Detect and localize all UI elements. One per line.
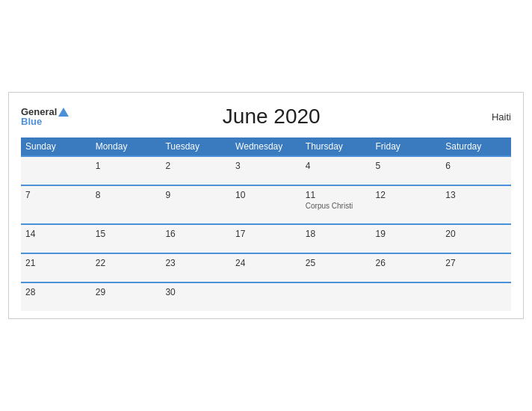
calendar-cell: 2 bbox=[161, 156, 231, 185]
logo-triangle-icon bbox=[58, 108, 69, 117]
calendar-cell: 18 bbox=[301, 224, 371, 253]
calendar-header-row: SundayMondayTuesdayWednesdayThursdayFrid… bbox=[21, 137, 511, 156]
calendar-cell: 9 bbox=[161, 185, 231, 224]
day-number: 7 bbox=[25, 190, 87, 200]
calendar-week-4: 21222324252627 bbox=[21, 253, 511, 282]
calendar-cell: 14 bbox=[21, 224, 91, 253]
day-number: 2 bbox=[165, 161, 226, 171]
calendar-cell: 4 bbox=[301, 156, 371, 185]
calendar-cell bbox=[301, 282, 371, 311]
calendar-cell: 7 bbox=[21, 185, 91, 224]
calendar-week-2: 7891011Corpus Christi1213 bbox=[21, 185, 511, 224]
day-number: 1 bbox=[96, 161, 157, 171]
day-number: 6 bbox=[445, 161, 507, 171]
calendar-cell: 10 bbox=[231, 185, 301, 224]
calendar-cell: 5 bbox=[371, 156, 442, 185]
calendar-cell: 23 bbox=[161, 253, 231, 282]
logo-blue-text: Blue bbox=[21, 117, 69, 126]
weekday-header-thursday: Thursday bbox=[301, 137, 371, 156]
calendar-week-5: 282930 bbox=[21, 282, 511, 311]
calendar-cell: 20 bbox=[441, 224, 511, 253]
calendar-cell: 11Corpus Christi bbox=[301, 185, 371, 224]
day-number: 9 bbox=[165, 190, 226, 200]
calendar-cell: 16 bbox=[161, 224, 231, 253]
day-number: 8 bbox=[96, 190, 157, 200]
weekday-header-friday: Friday bbox=[371, 137, 442, 156]
calendar-table: SundayMondayTuesdayWednesdayThursdayFrid… bbox=[21, 137, 511, 311]
day-number: 30 bbox=[165, 287, 226, 297]
day-number: 15 bbox=[96, 229, 157, 239]
calendar-cell: 27 bbox=[441, 253, 511, 282]
calendar-cell: 22 bbox=[91, 253, 161, 282]
calendar-cell: 30 bbox=[161, 282, 231, 311]
day-number: 11 bbox=[306, 190, 367, 200]
calendar-cell bbox=[371, 282, 442, 311]
calendar-container: General Blue June 2020 Haiti SundayMonda… bbox=[8, 92, 524, 319]
day-number: 20 bbox=[445, 229, 507, 239]
day-number: 19 bbox=[376, 229, 437, 239]
day-number: 5 bbox=[376, 161, 437, 171]
calendar-cell: 12 bbox=[371, 185, 442, 224]
weekday-header-saturday: Saturday bbox=[441, 137, 511, 156]
calendar-body: 1234567891011Corpus Christi1213141516171… bbox=[21, 156, 511, 311]
calendar-cell: 21 bbox=[21, 253, 91, 282]
day-number: 18 bbox=[306, 229, 367, 239]
weekday-header-sunday: Sunday bbox=[21, 137, 91, 156]
day-number: 27 bbox=[445, 258, 507, 268]
calendar-cell: 13 bbox=[441, 185, 511, 224]
day-number: 26 bbox=[376, 258, 437, 268]
day-number: 12 bbox=[376, 190, 437, 200]
calendar-cell: 1 bbox=[91, 156, 161, 185]
calendar-cell: 17 bbox=[231, 224, 301, 253]
calendar-cell: 8 bbox=[91, 185, 161, 224]
day-number: 4 bbox=[306, 161, 367, 171]
day-number: 13 bbox=[445, 190, 507, 200]
day-number: 10 bbox=[235, 190, 297, 200]
weekday-header-monday: Monday bbox=[91, 137, 161, 156]
calendar-cell: 28 bbox=[21, 282, 91, 311]
country-label: Haiti bbox=[474, 111, 511, 123]
day-number: 14 bbox=[25, 229, 87, 239]
calendar-week-1: 123456 bbox=[21, 156, 511, 185]
event-label: Corpus Christi bbox=[306, 202, 367, 210]
calendar-cell bbox=[441, 282, 511, 311]
day-number: 25 bbox=[306, 258, 367, 268]
calendar-cell: 6 bbox=[441, 156, 511, 185]
calendar-header: General Blue June 2020 Haiti bbox=[21, 105, 511, 129]
logo: General Blue bbox=[21, 107, 69, 126]
calendar-cell: 25 bbox=[301, 253, 371, 282]
day-number: 28 bbox=[25, 287, 87, 297]
calendar-cell bbox=[231, 282, 301, 311]
calendar-cell: 24 bbox=[231, 253, 301, 282]
calendar-cell: 15 bbox=[91, 224, 161, 253]
weekday-header-tuesday: Tuesday bbox=[161, 137, 231, 156]
calendar-cell: 26 bbox=[371, 253, 442, 282]
day-number: 23 bbox=[165, 258, 226, 268]
calendar-cell: 29 bbox=[91, 282, 161, 311]
calendar-cell: 3 bbox=[231, 156, 301, 185]
day-number: 21 bbox=[25, 258, 87, 268]
weekday-header-wednesday: Wednesday bbox=[231, 137, 301, 156]
calendar-title: June 2020 bbox=[69, 105, 474, 129]
day-number: 29 bbox=[96, 287, 157, 297]
day-number: 24 bbox=[235, 258, 297, 268]
day-number: 17 bbox=[235, 229, 297, 239]
day-number: 22 bbox=[96, 258, 157, 268]
day-number: 3 bbox=[235, 161, 297, 171]
calendar-cell bbox=[21, 156, 91, 185]
day-number: 16 bbox=[165, 229, 226, 239]
calendar-week-3: 14151617181920 bbox=[21, 224, 511, 253]
calendar-cell: 19 bbox=[371, 224, 442, 253]
